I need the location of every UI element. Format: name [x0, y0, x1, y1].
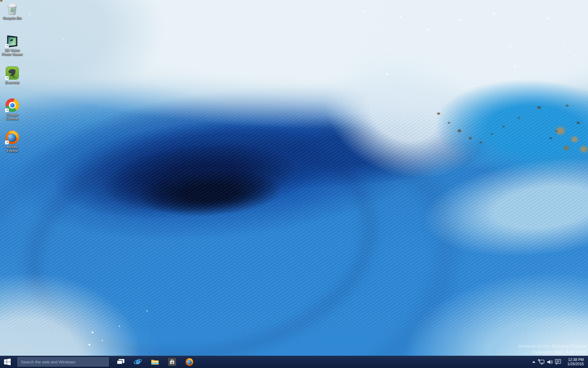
volume-tray-button[interactable]: [546, 356, 554, 368]
firefox-button[interactable]: [182, 356, 197, 368]
shortcut-arrow-badge: ↗: [5, 140, 9, 144]
network-tray-button[interactable]: [537, 356, 546, 368]
windows-start-icon: [4, 358, 11, 365]
desktop-icon-evernote[interactable]: ↗ Evernote: [1, 66, 24, 98]
desktop-icon-label: Evernote: [5, 81, 19, 85]
clock-time: 12:38 PM: [568, 358, 584, 362]
windows-desktop: { "desktop": { "icons": [ {"label": "Rec…: [0, 0, 588, 368]
shortcut-arrow-badge: ↗: [5, 44, 9, 48]
taskbar-clock[interactable]: 12:38 PM 1/25/2015: [564, 358, 584, 366]
desktop-icon-mozilla-firefox[interactable]: ↗ Mozilla Firefox: [1, 130, 24, 162]
taskbar-app-buttons: e: [113, 356, 199, 368]
show-hidden-icons-button[interactable]: [530, 356, 537, 368]
task-view-icon: [117, 358, 125, 365]
desktop-icon-label: Recycle Bin: [3, 16, 22, 20]
svg-text:e: e: [135, 358, 141, 366]
file-explorer-icon: [151, 359, 159, 365]
desktop-icon-3d-vision-photo-viewer[interactable]: ↗ 3D Vision Photo Viewer: [1, 33, 24, 66]
taskbar: e: [0, 356, 588, 368]
desktop-icon-recycle-bin[interactable]: Recycle Bin: [1, 1, 24, 33]
recycle-bin-icon: [5, 1, 20, 16]
desktop-icon-label: Google Chrome: [1, 113, 24, 121]
desktop-icon-column: Recycle Bin ↗ 3D Vision Photo Viewer ↗ E…: [1, 1, 24, 162]
system-tray: 12:38 PM 1/25/2015: [530, 356, 588, 368]
internet-explorer-icon: e: [134, 358, 142, 366]
desktop-icon-label: 3D Vision Photo Viewer: [1, 48, 24, 56]
shortcut-arrow-badge: ↗: [5, 76, 9, 80]
action-center-tray-button[interactable]: [554, 356, 562, 368]
store-icon: [168, 358, 176, 366]
shortcut-arrow-badge: ↗: [5, 108, 9, 112]
watermark-edition: Windows 10 Pro Technical Preview: [518, 344, 586, 348]
firefox-icon: [185, 358, 194, 366]
network-icon: [538, 359, 545, 365]
clock-date: 1/25/2015: [567, 362, 584, 366]
volume-icon: [547, 359, 553, 365]
file-explorer-button[interactable]: [148, 356, 162, 368]
internet-explorer-button[interactable]: e: [130, 356, 145, 368]
desktop-icon-google-chrome[interactable]: ↗ Google Chrome: [1, 98, 24, 130]
start-button[interactable]: [0, 356, 15, 368]
hidden-icons-chevron-icon: [532, 361, 535, 363]
search-input[interactable]: [18, 360, 108, 364]
store-button[interactable]: [165, 356, 179, 368]
taskbar-search-box: [17, 357, 109, 366]
watermark-build: Evaluation copy. Build 9926: [533, 350, 586, 354]
desktop-icon-label: Mozilla Firefox: [1, 145, 24, 153]
wallpaper-base-gradient: [0, 0, 588, 368]
glacier-wallpaper: [0, 0, 588, 368]
task-view-button[interactable]: [113, 356, 128, 368]
action-center-icon: [555, 359, 561, 365]
